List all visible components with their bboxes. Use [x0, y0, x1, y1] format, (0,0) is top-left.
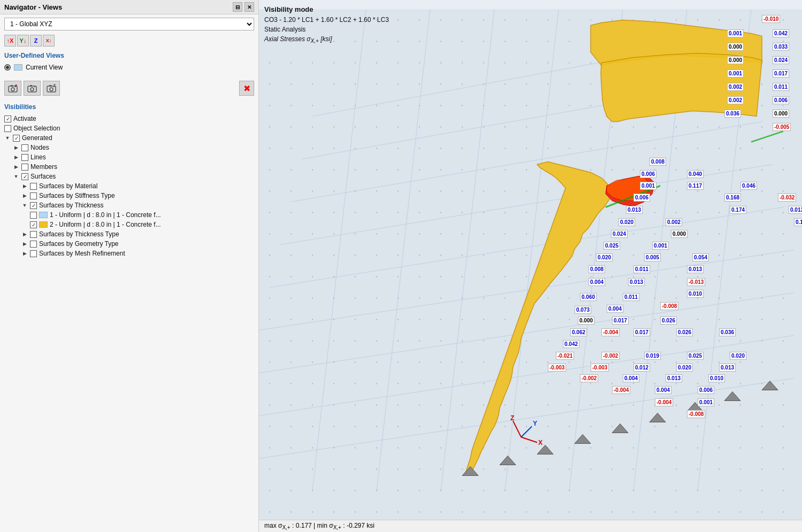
members-expander[interactable]: ▶ [13, 164, 19, 170]
activate-checkbox[interactable] [4, 115, 11, 122]
svg-rect-9 [34, 86, 35, 87]
current-view-radio[interactable] [4, 64, 11, 71]
camera-settings-button[interactable] [43, 81, 60, 96]
surfaces-by-material-label: Surfaces by Material [39, 182, 97, 190]
vis-mode-label: Visibility mode [264, 4, 389, 15]
thickness-2-label: 2 - Uniform | d : 8.0 in | 1 - Concrete … [50, 221, 161, 228]
surfaces-item[interactable]: ▼ Surfaces [4, 172, 254, 181]
surfaces-by-geometry-type-item[interactable]: ▶ Surfaces by Geometry Type [4, 239, 254, 249]
restore-button[interactable]: ⊟ [233, 2, 242, 12]
surfaces-by-material-expander[interactable]: ▶ [21, 183, 28, 189]
svg-text:Z: Z [510, 414, 514, 422]
surfaces-by-thickness-item[interactable]: ▼ Surfaces by Thickness [4, 201, 254, 210]
object-selection-checkbox[interactable] [4, 125, 11, 132]
status-text: max σX,+ : 0.177 | min σX,+ : -0.297 ksi [264, 522, 375, 530]
close-button[interactable]: ✕ [245, 2, 254, 12]
lines-expander[interactable]: ▶ [13, 154, 19, 160]
svg-marker-37 [601, 53, 762, 122]
viewport: Visibility mode CO3 - 1.20 * LC1 + 1.60 … [259, 0, 802, 532]
surfaces-by-thickness-type-label: Surfaces by Thickness Type [39, 230, 119, 238]
surfaces-by-thickness-expander[interactable]: ▼ [21, 202, 28, 209]
object-selection-item[interactable]: Object Selection [4, 124, 254, 133]
surfaces-by-geometry-type-checkbox[interactable] [30, 241, 37, 248]
surfaces-by-material-checkbox[interactable] [30, 183, 37, 190]
activate-label: Activate [13, 115, 36, 122]
object-selection-label: Object Selection [13, 125, 60, 132]
surfaces-by-stiffness-item[interactable]: ▶ Surfaces by Stiffness Type [4, 191, 254, 201]
user-defined-title: User-Defined Views [4, 52, 254, 59]
members-checkbox[interactable] [21, 164, 28, 171]
surfaces-by-geometry-type-label: Surfaces by Geometry Type [39, 240, 119, 248]
surfaces-by-thickness-type-checkbox[interactable] [30, 231, 37, 238]
generated-item[interactable]: ▼ Generated [4, 133, 254, 143]
surfaces-by-thickness-label: Surfaces by Thickness [39, 202, 104, 209]
svg-rect-2 [11, 85, 13, 87]
nodes-checkbox[interactable] [21, 144, 28, 151]
panel-header-left: Navigator - Views [4, 3, 62, 11]
surfaces-by-geometry-type-expander[interactable]: ▶ [21, 241, 28, 247]
svg-rect-12 [49, 85, 51, 87]
lines-item[interactable]: ▶ Lines [4, 152, 254, 162]
thickness-2-swatch [39, 221, 48, 228]
camera-row: ✖ [4, 79, 254, 98]
members-label: Members [30, 163, 57, 171]
current-view-item[interactable]: Current View [4, 63, 254, 72]
axis-z-icon[interactable]: Z [30, 35, 42, 47]
svg-point-11 [50, 88, 53, 91]
surfaces-by-mesh-refinement-expander[interactable]: ▶ [21, 250, 28, 257]
surfaces-expander[interactable]: ▼ [13, 173, 19, 180]
vis-info: Visibility mode CO3 - 1.20 * LC1 + 1.60 … [264, 4, 389, 45]
surfaces-by-stiffness-label: Surfaces by Stiffness Type [39, 192, 115, 199]
surfaces-by-stiffness-checkbox[interactable] [30, 192, 37, 199]
axis-x-icon[interactable]: ↑X [4, 35, 16, 47]
thickness-2-checkbox[interactable] [30, 221, 37, 228]
svg-text:Y: Y [533, 420, 537, 427]
viewport-svg: Z X Y [259, 0, 802, 532]
surfaces-by-thickness-type-item[interactable]: ▶ Surfaces by Thickness Type [4, 229, 254, 239]
view-selector-row: 1 - Global XYZ [4, 18, 254, 30]
surfaces-by-thickness-type-expander[interactable]: ▶ [21, 231, 28, 237]
surfaces-by-mesh-refinement-item[interactable]: ▶ Surfaces by Mesh Refinement [4, 249, 254, 258]
thickness-1-checkbox[interactable] [30, 212, 37, 219]
camera-add-button[interactable] [4, 81, 21, 96]
camera-delete-button[interactable]: ✖ [239, 81, 254, 96]
activate-item[interactable]: Activate [4, 114, 254, 124]
members-item[interactable]: ▶ Members [4, 162, 254, 172]
visibilities-title: Visibilities [4, 103, 254, 111]
svg-text:X: X [538, 439, 543, 446]
lines-checkbox[interactable] [21, 154, 28, 161]
axis-icons-row: ↑X Y↓ Z X↕ [4, 35, 254, 47]
nodes-expander[interactable]: ▶ [13, 144, 19, 151]
axis-y-icon[interactable]: Y↓ [17, 35, 29, 47]
axis-xy-icon[interactable]: X↕ [43, 35, 55, 47]
analysis-type-label: Static Analysis [264, 25, 389, 34]
nodes-item[interactable]: ▶ Nodes [4, 143, 254, 152]
svg-point-7 [30, 88, 34, 91]
panel-title: Navigator - Views [4, 3, 62, 11]
panel-header: Navigator - Views ⊟ ✕ [0, 0, 258, 14]
result-type-label: Axial Stresses σX,+ [ksi] [264, 34, 389, 45]
panel-header-icons: ⊟ ✕ [233, 2, 254, 12]
surfaces-by-material-item[interactable]: ▶ Surfaces by Material [4, 181, 254, 191]
load-combo-label: CO3 - 1.20 * LC1 + 1.60 * LC2 + 1.60 * L… [264, 15, 389, 25]
surfaces-by-mesh-refinement-label: Surfaces by Mesh Refinement [39, 250, 125, 257]
user-defined-views: User-Defined Views Current View [4, 52, 254, 72]
thickness-1-swatch [39, 212, 48, 218]
lines-label: Lines [30, 153, 46, 161]
svg-rect-3 [15, 86, 16, 87]
status-bar: max σX,+ : 0.177 | min σX,+ : -0.297 ksi [259, 520, 802, 532]
visibilities-section: Visibilities Activate Object Selection ▼… [4, 103, 254, 258]
surfaces-by-stiffness-expander[interactable]: ▶ [21, 192, 28, 199]
surfaces-checkbox[interactable] [21, 173, 28, 180]
surfaces-by-thickness-checkbox[interactable] [30, 202, 37, 209]
view-select[interactable]: 1 - Global XYZ [4, 18, 254, 30]
thickness-2-item[interactable]: 2 - Uniform | d : 8.0 in | 1 - Concrete … [4, 220, 254, 229]
current-view-label: Current View [26, 64, 63, 71]
surfaces-by-mesh-refinement-checkbox[interactable] [30, 250, 37, 257]
thickness-1-item[interactable]: 1 - Uniform | d : 8.0 in | 1 - Concrete … [4, 210, 254, 220]
generated-checkbox[interactable] [13, 135, 20, 142]
generated-expander[interactable]: ▼ [4, 135, 11, 141]
svg-rect-13 [54, 86, 55, 87]
nodes-label: Nodes [30, 144, 49, 151]
camera-save-button[interactable] [24, 81, 41, 96]
